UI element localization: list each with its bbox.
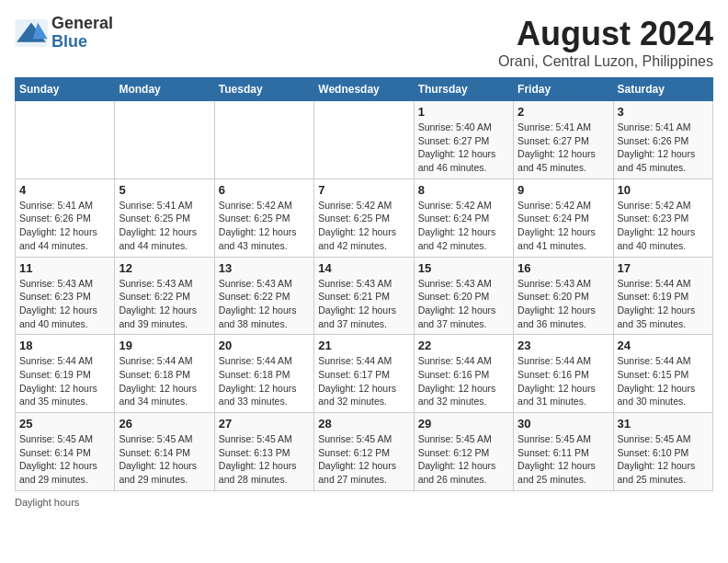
day-number: 26 (119, 417, 210, 431)
calendar-day-cell: 10Sunrise: 5:42 AMSunset: 6:23 PMDayligh… (613, 178, 712, 257)
day-number: 9 (518, 183, 609, 197)
calendar-week-row: 18Sunrise: 5:44 AMSunset: 6:19 PMDayligh… (16, 335, 713, 413)
day-number: 5 (119, 183, 210, 197)
calendar-day-cell: 23Sunrise: 5:44 AMSunset: 6:16 PMDayligh… (514, 335, 613, 413)
calendar-day-cell (314, 101, 414, 179)
day-number: 19 (119, 339, 210, 352)
day-info: Sunrise: 5:41 AMSunset: 6:26 PMDaylight:… (618, 121, 709, 175)
calendar-day-cell: 24Sunrise: 5:44 AMSunset: 6:15 PMDayligh… (613, 335, 712, 413)
day-number: 13 (219, 261, 310, 275)
day-number: 1 (418, 105, 509, 119)
calendar-week-row: 11Sunrise: 5:43 AMSunset: 6:23 PMDayligh… (16, 257, 713, 335)
day-info: Sunrise: 5:43 AMSunset: 6:20 PMDaylight:… (518, 277, 609, 331)
day-number: 8 (418, 183, 509, 197)
day-info: Sunrise: 5:43 AMSunset: 6:22 PMDaylight:… (219, 277, 310, 331)
day-number: 30 (518, 417, 609, 431)
weekday-header: Saturday (613, 78, 712, 101)
calendar-week-row: 1Sunrise: 5:40 AMSunset: 6:27 PMDaylight… (16, 101, 713, 179)
day-number: 12 (119, 261, 210, 275)
calendar-day-cell: 11Sunrise: 5:43 AMSunset: 6:23 PMDayligh… (16, 257, 115, 335)
day-info: Sunrise: 5:42 AMSunset: 6:24 PMDaylight:… (418, 199, 509, 253)
weekday-header: Tuesday (214, 78, 313, 101)
calendar-day-cell: 7Sunrise: 5:42 AMSunset: 6:25 PMDaylight… (314, 178, 414, 257)
day-info: Sunrise: 5:43 AMSunset: 6:23 PMDaylight:… (19, 277, 110, 331)
day-info: Sunrise: 5:40 AMSunset: 6:27 PMDaylight:… (418, 121, 509, 175)
day-info: Sunrise: 5:44 AMSunset: 6:16 PMDaylight:… (418, 354, 509, 408)
day-info: Sunrise: 5:45 AMSunset: 6:12 PMDaylight:… (318, 432, 409, 487)
calendar-day-cell: 1Sunrise: 5:40 AMSunset: 6:27 PMDaylight… (414, 101, 513, 179)
day-info: Sunrise: 5:44 AMSunset: 6:15 PMDaylight:… (618, 354, 709, 408)
day-info: Sunrise: 5:42 AMSunset: 6:23 PMDaylight:… (618, 199, 709, 253)
day-info: Sunrise: 5:45 AMSunset: 6:12 PMDaylight:… (418, 432, 509, 487)
calendar-day-cell: 18Sunrise: 5:44 AMSunset: 6:19 PMDayligh… (16, 335, 115, 413)
calendar-day-cell: 3Sunrise: 5:41 AMSunset: 6:26 PMDaylight… (613, 101, 712, 179)
day-number: 16 (518, 261, 609, 275)
day-number: 18 (19, 339, 110, 352)
day-number: 31 (618, 417, 709, 431)
day-info: Sunrise: 5:45 AMSunset: 6:14 PMDaylight:… (19, 432, 110, 487)
day-info: Sunrise: 5:42 AMSunset: 6:24 PMDaylight:… (518, 199, 609, 253)
calendar-day-cell: 31Sunrise: 5:45 AMSunset: 6:10 PMDayligh… (613, 413, 712, 491)
day-info: Sunrise: 5:44 AMSunset: 6:19 PMDaylight:… (19, 354, 110, 408)
day-number: 14 (318, 261, 409, 275)
weekday-header: Monday (115, 78, 214, 101)
day-number: 21 (318, 339, 409, 352)
calendar-day-cell: 19Sunrise: 5:44 AMSunset: 6:18 PMDayligh… (115, 335, 214, 413)
day-info: Sunrise: 5:45 AMSunset: 6:14 PMDaylight:… (119, 432, 210, 487)
day-number: 23 (518, 339, 609, 352)
day-info: Sunrise: 5:44 AMSunset: 6:18 PMDaylight:… (119, 354, 210, 408)
day-number: 22 (418, 339, 509, 352)
calendar-day-cell: 2Sunrise: 5:41 AMSunset: 6:27 PMDaylight… (514, 101, 613, 179)
day-info: Sunrise: 5:44 AMSunset: 6:19 PMDaylight:… (618, 277, 709, 331)
calendar-day-cell: 21Sunrise: 5:44 AMSunset: 6:17 PMDayligh… (314, 335, 414, 413)
calendar-day-cell: 5Sunrise: 5:41 AMSunset: 6:25 PMDaylight… (115, 178, 214, 257)
logo: General Blue (15, 15, 113, 52)
page-title: August 2024 (498, 15, 713, 53)
calendar-table: SundayMondayTuesdayWednesdayThursdayFrid… (15, 77, 713, 491)
day-info: Sunrise: 5:41 AMSunset: 6:26 PMDaylight:… (19, 199, 110, 253)
day-info: Sunrise: 5:44 AMSunset: 6:17 PMDaylight:… (318, 354, 409, 408)
weekday-header: Wednesday (314, 78, 414, 101)
calendar-week-row: 25Sunrise: 5:45 AMSunset: 6:14 PMDayligh… (16, 413, 713, 491)
weekday-header: Friday (514, 78, 613, 101)
calendar-day-cell: 20Sunrise: 5:44 AMSunset: 6:18 PMDayligh… (214, 335, 313, 413)
calendar-header: SundayMondayTuesdayWednesdayThursdayFrid… (16, 78, 713, 101)
day-info: Sunrise: 5:42 AMSunset: 6:25 PMDaylight:… (219, 199, 310, 253)
day-info: Sunrise: 5:41 AMSunset: 6:25 PMDaylight:… (119, 199, 210, 253)
logo-icon (15, 19, 48, 47)
title-block: August 2024 Orani, Central Luzon, Philip… (498, 15, 713, 70)
day-info: Sunrise: 5:44 AMSunset: 6:18 PMDaylight:… (219, 354, 310, 408)
calendar-day-cell: 12Sunrise: 5:43 AMSunset: 6:22 PMDayligh… (115, 257, 214, 335)
calendar-week-row: 4Sunrise: 5:41 AMSunset: 6:26 PMDaylight… (16, 178, 713, 257)
day-info: Sunrise: 5:41 AMSunset: 6:27 PMDaylight:… (518, 121, 609, 175)
day-info: Sunrise: 5:43 AMSunset: 6:20 PMDaylight:… (418, 277, 509, 331)
day-number: 24 (618, 339, 709, 352)
calendar-day-cell: 27Sunrise: 5:45 AMSunset: 6:13 PMDayligh… (214, 413, 313, 491)
calendar-day-cell: 6Sunrise: 5:42 AMSunset: 6:25 PMDaylight… (214, 178, 313, 257)
day-number: 10 (618, 183, 709, 197)
day-number: 7 (318, 183, 409, 197)
day-number: 4 (19, 183, 110, 197)
weekday-row: SundayMondayTuesdayWednesdayThursdayFrid… (16, 78, 713, 101)
calendar-day-cell (115, 101, 214, 179)
weekday-header: Sunday (16, 78, 115, 101)
calendar-day-cell (214, 101, 313, 179)
footer-note: Daylight hours (15, 497, 713, 508)
calendar-day-cell: 14Sunrise: 5:43 AMSunset: 6:21 PMDayligh… (314, 257, 414, 335)
calendar-day-cell: 26Sunrise: 5:45 AMSunset: 6:14 PMDayligh… (115, 413, 214, 491)
page-header: General Blue August 2024 Orani, Central … (15, 15, 713, 70)
calendar-day-cell: 29Sunrise: 5:45 AMSunset: 6:12 PMDayligh… (414, 413, 513, 491)
day-info: Sunrise: 5:45 AMSunset: 6:11 PMDaylight:… (518, 432, 609, 487)
day-number: 15 (418, 261, 509, 275)
calendar-day-cell: 8Sunrise: 5:42 AMSunset: 6:24 PMDaylight… (414, 178, 513, 257)
day-number: 20 (219, 339, 310, 352)
day-number: 3 (618, 105, 709, 119)
page-subtitle: Orani, Central Luzon, Philippines (498, 53, 713, 70)
calendar-day-cell: 15Sunrise: 5:43 AMSunset: 6:20 PMDayligh… (414, 257, 513, 335)
day-number: 11 (19, 261, 110, 275)
calendar-day-cell: 9Sunrise: 5:42 AMSunset: 6:24 PMDaylight… (514, 178, 613, 257)
calendar-day-cell: 28Sunrise: 5:45 AMSunset: 6:12 PMDayligh… (314, 413, 414, 491)
day-info: Sunrise: 5:42 AMSunset: 6:25 PMDaylight:… (318, 199, 409, 253)
day-number: 28 (318, 417, 409, 431)
calendar-body: 1Sunrise: 5:40 AMSunset: 6:27 PMDaylight… (16, 101, 713, 491)
